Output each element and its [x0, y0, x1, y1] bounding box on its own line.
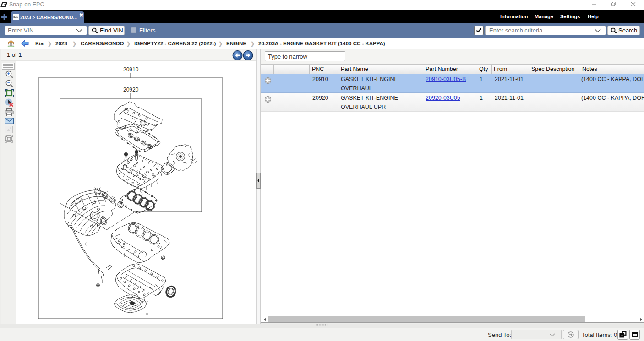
svg-text:20910: 20910 [123, 66, 139, 73]
svg-text:20920: 20920 [123, 87, 139, 93]
